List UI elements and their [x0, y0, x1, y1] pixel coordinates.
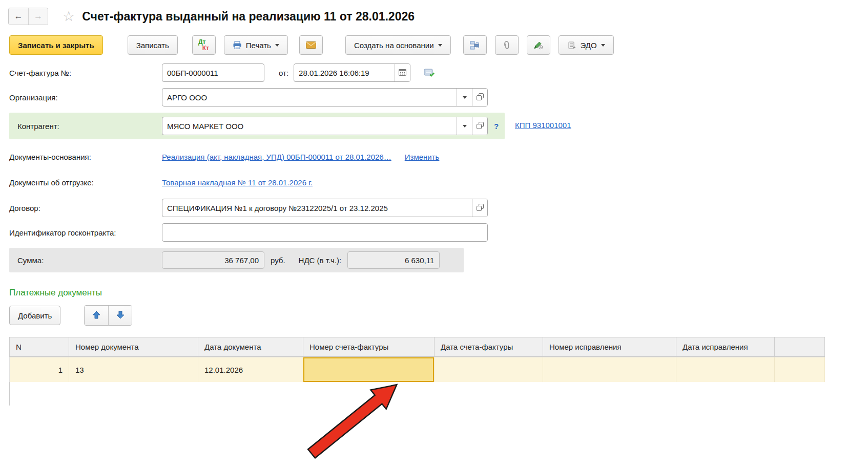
- back-button[interactable]: ←: [9, 8, 28, 25]
- kpp-link[interactable]: КПП 931001001: [515, 121, 571, 130]
- base-documents-label: Документы-основания:: [9, 153, 162, 161]
- chevron-down-icon: [275, 44, 279, 47]
- edo-button[interactable]: ЭДО: [559, 35, 614, 55]
- invoice-number-input[interactable]: 00БП-0000011: [162, 63, 264, 82]
- cell-correction-date[interactable]: [676, 357, 775, 382]
- document-check-icon[interactable]: [424, 69, 435, 77]
- favorite-star-icon[interactable]: ☆: [63, 10, 75, 24]
- attachments-button[interactable]: [495, 35, 519, 55]
- payment-documents-table: N Номер документа Дата документа Номер с…: [9, 337, 825, 406]
- chevron-down-icon: [463, 125, 467, 127]
- cell-invoice-date[interactable]: [435, 357, 543, 382]
- vat-label: НДС (в т.ч.):: [299, 256, 342, 265]
- save-close-button[interactable]: Записать и закрыть: [9, 35, 103, 55]
- col-header-correction-date: Дата исправления: [676, 337, 775, 357]
- paperclip-icon: [502, 41, 511, 50]
- chevron-down-icon: [438, 44, 442, 47]
- counterparty-help-link[interactable]: ?: [494, 122, 499, 131]
- counterparty-input[interactable]: МЯСО МАРКЕТ ООО: [162, 117, 488, 135]
- pen-clock-icon: [534, 41, 543, 50]
- sign-button[interactable]: [527, 35, 550, 55]
- col-header-correction-number: Номер исправления: [543, 337, 676, 357]
- create-based-on-button[interactable]: Создать на основании: [345, 35, 451, 55]
- contract-label: Договор:: [9, 204, 162, 212]
- cell-doc-date[interactable]: 12.01.2026: [198, 357, 303, 382]
- sum-row: Сумма: 36 767,00 руб. НДС (в т.ч.): 6 63…: [9, 248, 464, 272]
- currency-label: руб.: [271, 256, 285, 265]
- date-label: от:: [279, 69, 288, 77]
- contract-input[interactable]: СПЕЦИФИКАЦИЯ №1 к договору №23122025/1 о…: [162, 199, 488, 217]
- counterparty-dropdown-button[interactable]: [457, 117, 472, 135]
- debit-credit-icon: ДтКт: [198, 39, 209, 51]
- invoice-form-window: ← → ☆ Счет-фактура выданный на реализаци…: [0, 0, 868, 469]
- organization-row: Организация: АРГО ООО: [0, 88, 868, 106]
- open-form-icon: [477, 93, 484, 102]
- envelope-icon: [306, 41, 316, 49]
- organization-input[interactable]: АРГО ООО: [162, 88, 488, 106]
- counterparty-row: Контрагент: МЯСО МАРКЕТ ООО ? КПП 931001…: [0, 113, 868, 139]
- edit-base-documents-link[interactable]: Изменить: [405, 153, 440, 161]
- base-documents-row: Документы-основания: Реализация (акт, на…: [0, 147, 868, 166]
- move-up-button[interactable]: [85, 306, 108, 325]
- gov-contract-input[interactable]: [162, 223, 488, 242]
- toolbar: Записать и закрыть Записать ДтКт Печать …: [0, 35, 868, 55]
- titlebar: ← → ☆ Счет-фактура выданный на реализаци…: [0, 0, 868, 26]
- invoice-number-row: Счет-фактура №: 00БП-0000011 от: 28.01.2…: [0, 63, 868, 82]
- printer-icon: [233, 41, 242, 50]
- cell-empty[interactable]: [775, 357, 825, 382]
- move-down-button[interactable]: [108, 306, 132, 325]
- payment-documents-heading: Платежные документы: [9, 288, 868, 298]
- counterparty-open-button[interactable]: [472, 117, 487, 135]
- organization-label: Организация:: [9, 93, 162, 102]
- chevron-down-icon: [463, 96, 467, 99]
- table-row: 1 13 12.01.2026: [9, 357, 825, 382]
- col-header-invoice-date: Дата счета-фактуры: [435, 337, 543, 357]
- shipping-documents-row: Документы об отгрузке: Товарная накладна…: [0, 173, 868, 191]
- related-documents-icon: [470, 41, 480, 50]
- table-empty-area: [9, 382, 825, 406]
- col-header-empty: [775, 337, 825, 357]
- send-email-button[interactable]: [299, 35, 323, 55]
- shipping-documents-label: Документы об отгрузке:: [9, 178, 162, 187]
- col-header-n: N: [9, 337, 69, 357]
- table-header-row: N Номер документа Дата документа Номер с…: [9, 337, 825, 357]
- cell-n[interactable]: 1: [9, 357, 69, 382]
- cell-correction-number[interactable]: [543, 357, 676, 382]
- base-documents-link[interactable]: Реализация (акт, накладная, УПД) 00БП-00…: [162, 153, 391, 161]
- cell-invoice-number-selected[interactable]: [303, 357, 435, 382]
- forward-arrow-icon: →: [34, 11, 43, 21]
- col-header-doc-date: Дата документа: [198, 337, 303, 357]
- edo-document-icon: [567, 41, 576, 50]
- arrow-down-icon: [116, 311, 125, 321]
- gov-contract-label: Идентификатор госконтракта:: [9, 228, 162, 237]
- shipping-documents-link[interactable]: Товарная накладная № 11 от 28.01.2026 г.: [162, 178, 313, 187]
- payment-documents-commandbar: Добавить: [9, 305, 868, 326]
- col-header-invoice-number: Номер счета-фактуры: [303, 337, 435, 357]
- gov-contract-row: Идентификатор госконтракта:: [0, 223, 868, 242]
- cell-doc-number[interactable]: 13: [69, 357, 198, 382]
- back-arrow-icon: ←: [14, 11, 23, 21]
- col-header-doc-number: Номер документа: [69, 337, 198, 357]
- arrow-up-icon: [92, 311, 100, 321]
- contract-row: Договор: СПЕЦИФИКАЦИЯ №1 к договору №231…: [0, 199, 868, 217]
- related-documents-button[interactable]: [463, 35, 487, 55]
- counterparty-label: Контрагент:: [9, 122, 162, 131]
- debit-credit-button[interactable]: ДтКт: [192, 35, 216, 55]
- page-title: Счет-фактура выданный на реализацию 11 о…: [82, 10, 415, 24]
- invoice-date-input[interactable]: 28.01.2026 16:06:19: [294, 63, 410, 82]
- history-nav: ← →: [8, 8, 48, 25]
- form-fields: Счет-фактура №: 00БП-0000011 от: 28.01.2…: [0, 63, 868, 272]
- organization-open-button[interactable]: [472, 89, 487, 106]
- open-form-icon: [477, 122, 484, 131]
- chevron-down-icon: [601, 44, 605, 47]
- calendar-button[interactable]: [395, 64, 410, 81]
- organization-dropdown-button[interactable]: [457, 89, 472, 106]
- open-form-icon: [477, 204, 484, 212]
- add-row-button[interactable]: Добавить: [9, 306, 60, 325]
- forward-button[interactable]: →: [28, 8, 48, 25]
- contract-open-button[interactable]: [472, 199, 487, 217]
- calendar-icon: [399, 69, 406, 77]
- invoice-number-label: Счет-фактура №:: [9, 69, 162, 77]
- save-button[interactable]: Записать: [128, 35, 178, 55]
- print-button[interactable]: Печать: [224, 35, 288, 55]
